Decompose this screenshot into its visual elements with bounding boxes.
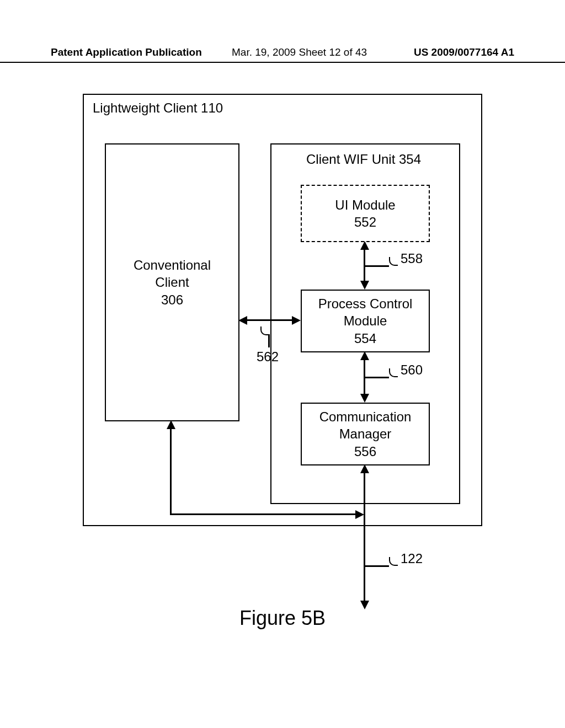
connector-122 [364, 472, 365, 601]
conventional-client-box: Conventional Client 306 [105, 143, 239, 421]
lightweight-client-label: Lightweight Client 110 [93, 100, 223, 116]
connector-562 [247, 319, 292, 321]
ui-module-box: UI Module 552 [301, 185, 430, 242]
client-wif-unit-label: Client WIF Unit 354 [306, 152, 421, 167]
page: Patent Application Publication Mar. 19, … [0, 0, 565, 728]
arrow-down-558 [360, 281, 369, 290]
ref-122: 122 [401, 551, 423, 566]
leader-line-560 [365, 377, 389, 378]
arrow-up-558 [360, 241, 369, 250]
page-header: Patent Application Publication Mar. 19, … [0, 45, 565, 63]
header-publication: Patent Application Publication [51, 46, 202, 58]
ref-558: 558 [401, 251, 423, 266]
arrow-up-122 [360, 464, 369, 473]
header-pub-number: US 2009/0077164 A1 [414, 46, 514, 58]
figure-caption: Figure 5B [0, 607, 565, 630]
header-date-sheet: Mar. 19, 2009 Sheet 12 of 43 [232, 46, 367, 58]
diagram-area: Lightweight Client 110 Conventional Clie… [83, 94, 480, 645]
ref-560: 560 [401, 362, 423, 378]
leader-line-558 [365, 265, 389, 267]
arrow-right-562 [292, 316, 301, 325]
ref-562: 562 [257, 349, 279, 365]
connector-558 [364, 249, 365, 281]
arrow-up-conv-client [167, 420, 175, 429]
arrow-left-562 [238, 316, 247, 325]
communication-manager-box: Communication Manager 556 [301, 403, 430, 465]
leader-line-122 [365, 565, 389, 567]
connector-bottom-h [170, 513, 355, 515]
arrow-right-bottom [355, 510, 364, 519]
process-control-module-box: Process Control Module 554 [301, 290, 430, 352]
arrow-down-560 [360, 394, 369, 403]
connector-bottom-v1 [170, 428, 172, 513]
arrow-up-560 [360, 351, 369, 360]
leader-line-562 [268, 334, 270, 347]
leader-hook-122 [389, 557, 398, 566]
